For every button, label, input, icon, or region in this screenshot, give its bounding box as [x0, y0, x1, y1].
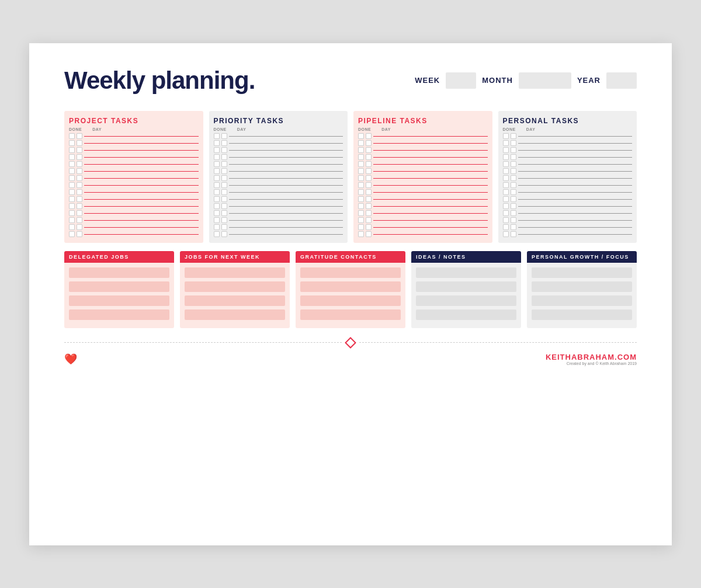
- day-checkbox[interactable]: [221, 231, 227, 237]
- done-checkbox[interactable]: [69, 196, 75, 202]
- done-checkbox[interactable]: [358, 189, 364, 195]
- done-checkbox[interactable]: [69, 203, 75, 209]
- day-checkbox[interactable]: [77, 217, 82, 223]
- done-checkbox[interactable]: [69, 189, 75, 195]
- day-checkbox[interactable]: [77, 196, 82, 202]
- day-checkbox[interactable]: [366, 140, 372, 146]
- done-checkbox[interactable]: [214, 133, 220, 139]
- day-checkbox[interactable]: [511, 231, 516, 237]
- month-input-box[interactable]: [519, 72, 571, 89]
- day-checkbox[interactable]: [221, 168, 227, 174]
- day-checkbox[interactable]: [77, 168, 82, 174]
- day-checkbox[interactable]: [77, 210, 82, 216]
- day-checkbox[interactable]: [366, 182, 372, 188]
- day-checkbox[interactable]: [511, 189, 516, 195]
- day-checkbox[interactable]: [511, 133, 516, 139]
- done-checkbox[interactable]: [358, 217, 364, 223]
- done-checkbox[interactable]: [214, 224, 220, 230]
- done-checkbox[interactable]: [503, 147, 509, 153]
- day-checkbox[interactable]: [77, 161, 82, 167]
- done-checkbox[interactable]: [214, 140, 220, 146]
- day-checkbox[interactable]: [221, 224, 227, 230]
- done-checkbox[interactable]: [503, 189, 509, 195]
- done-checkbox[interactable]: [69, 161, 75, 167]
- done-checkbox[interactable]: [69, 224, 75, 230]
- day-checkbox[interactable]: [77, 224, 82, 230]
- done-checkbox[interactable]: [214, 175, 220, 181]
- day-checkbox[interactable]: [221, 203, 227, 209]
- done-checkbox[interactable]: [358, 168, 364, 174]
- done-checkbox[interactable]: [69, 217, 75, 223]
- done-checkbox[interactable]: [503, 231, 509, 237]
- day-checkbox[interactable]: [221, 133, 227, 139]
- day-checkbox[interactable]: [511, 140, 516, 146]
- day-checkbox[interactable]: [366, 189, 372, 195]
- done-checkbox[interactable]: [214, 196, 220, 202]
- week-input-box[interactable]: [446, 72, 476, 89]
- done-checkbox[interactable]: [214, 168, 220, 174]
- done-checkbox[interactable]: [214, 182, 220, 188]
- done-checkbox[interactable]: [358, 133, 364, 139]
- done-checkbox[interactable]: [214, 210, 220, 216]
- done-checkbox[interactable]: [503, 154, 509, 160]
- day-checkbox[interactable]: [221, 154, 227, 160]
- day-checkbox[interactable]: [221, 217, 227, 223]
- day-checkbox[interactable]: [366, 210, 372, 216]
- day-checkbox[interactable]: [511, 217, 516, 223]
- day-checkbox[interactable]: [511, 224, 516, 230]
- day-checkbox[interactable]: [366, 175, 372, 181]
- done-checkbox[interactable]: [358, 147, 364, 153]
- done-checkbox[interactable]: [358, 196, 364, 202]
- done-checkbox[interactable]: [503, 168, 509, 174]
- done-checkbox[interactable]: [69, 175, 75, 181]
- done-checkbox[interactable]: [358, 175, 364, 181]
- done-checkbox[interactable]: [214, 154, 220, 160]
- day-checkbox[interactable]: [366, 203, 372, 209]
- done-checkbox[interactable]: [69, 231, 75, 237]
- day-checkbox[interactable]: [77, 182, 82, 188]
- day-checkbox[interactable]: [221, 175, 227, 181]
- done-checkbox[interactable]: [358, 210, 364, 216]
- day-checkbox[interactable]: [366, 224, 372, 230]
- day-checkbox[interactable]: [366, 161, 372, 167]
- done-checkbox[interactable]: [503, 161, 509, 167]
- day-checkbox[interactable]: [366, 147, 372, 153]
- done-checkbox[interactable]: [358, 203, 364, 209]
- done-checkbox[interactable]: [503, 210, 509, 216]
- day-checkbox[interactable]: [366, 133, 372, 139]
- day-checkbox[interactable]: [366, 231, 372, 237]
- done-checkbox[interactable]: [69, 140, 75, 146]
- done-checkbox[interactable]: [69, 147, 75, 153]
- day-checkbox[interactable]: [511, 203, 516, 209]
- day-checkbox[interactable]: [511, 182, 516, 188]
- day-checkbox[interactable]: [77, 189, 82, 195]
- done-checkbox[interactable]: [69, 168, 75, 174]
- done-checkbox[interactable]: [214, 189, 220, 195]
- day-checkbox[interactable]: [77, 175, 82, 181]
- done-checkbox[interactable]: [69, 182, 75, 188]
- done-checkbox[interactable]: [214, 231, 220, 237]
- done-checkbox[interactable]: [358, 154, 364, 160]
- done-checkbox[interactable]: [358, 182, 364, 188]
- day-checkbox[interactable]: [77, 147, 82, 153]
- day-checkbox[interactable]: [511, 175, 516, 181]
- day-checkbox[interactable]: [366, 168, 372, 174]
- day-checkbox[interactable]: [511, 210, 516, 216]
- day-checkbox[interactable]: [511, 168, 516, 174]
- done-checkbox[interactable]: [503, 203, 509, 209]
- day-checkbox[interactable]: [77, 154, 82, 160]
- day-checkbox[interactable]: [77, 203, 82, 209]
- day-checkbox[interactable]: [366, 154, 372, 160]
- done-checkbox[interactable]: [503, 182, 509, 188]
- done-checkbox[interactable]: [214, 161, 220, 167]
- done-checkbox[interactable]: [214, 217, 220, 223]
- day-checkbox[interactable]: [77, 231, 82, 237]
- day-checkbox[interactable]: [77, 133, 82, 139]
- done-checkbox[interactable]: [358, 224, 364, 230]
- done-checkbox[interactable]: [358, 140, 364, 146]
- day-checkbox[interactable]: [366, 196, 372, 202]
- day-checkbox[interactable]: [221, 140, 227, 146]
- done-checkbox[interactable]: [503, 224, 509, 230]
- day-checkbox[interactable]: [221, 161, 227, 167]
- done-checkbox[interactable]: [214, 203, 220, 209]
